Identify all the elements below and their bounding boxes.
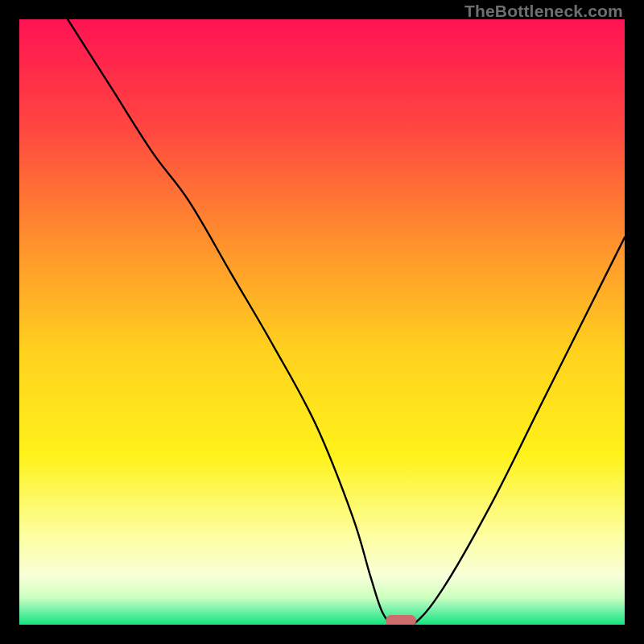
bottleneck-chart [19, 19, 625, 625]
chart-frame: TheBottleneck.com [0, 0, 644, 644]
plot-area [19, 19, 625, 625]
optimum-marker [386, 615, 416, 625]
watermark-text: TheBottleneck.com [464, 2, 623, 21]
gradient-background [19, 19, 625, 625]
